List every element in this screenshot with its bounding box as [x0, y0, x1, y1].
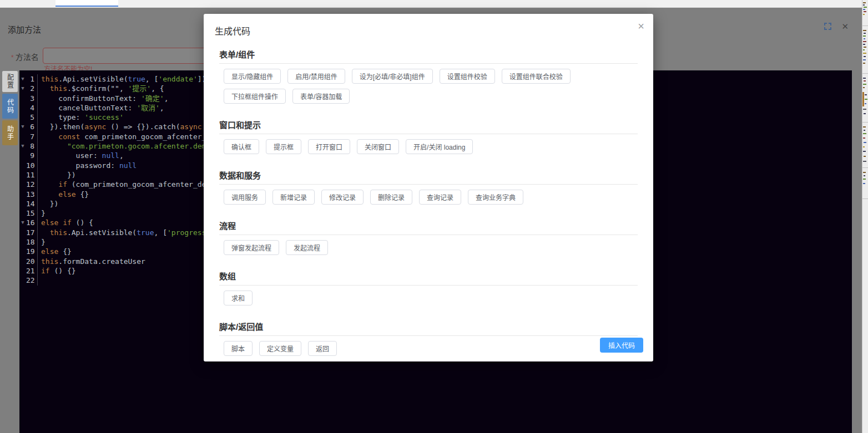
codegen-button[interactable]: 设为[必填/非必填]组件 [352, 69, 433, 84]
code-token [58, 218, 63, 227]
editor-tab-config[interactable]: 配置 [2, 71, 18, 92]
active-page-tab[interactable] [55, 0, 118, 7]
code-text: this.$confirm("", '提示', { [41, 84, 164, 93]
fold-toggle-icon[interactable]: ▼ [19, 84, 26, 93]
line-number: 3 [26, 94, 37, 103]
codegen-button[interactable]: 返回 [308, 341, 337, 356]
minimap-mark [863, 133, 866, 134]
section-buttons: 显示/隐藏组件启用/禁用组件设为[必填/非必填]组件设置组件校验设置组件联合校验… [219, 64, 638, 109]
minimap-mark [863, 35, 866, 37]
line-number: 15 [26, 208, 37, 218]
fold-spacer [19, 170, 26, 180]
minimap-mark [863, 14, 865, 15]
fold-toggle-icon[interactable]: ▼ [19, 122, 26, 131]
codegen-button[interactable]: 开启/关闭 loading [406, 139, 473, 154]
minimap-mark [863, 179, 866, 180]
gutter-divider [37, 237, 38, 247]
insert-code-button[interactable]: 插入代码 [600, 338, 643, 353]
codegen-button[interactable]: 定义变量 [259, 341, 301, 356]
codegen-button[interactable]: 表单/容器加载 [292, 89, 350, 104]
codegen-button[interactable]: 求和 [224, 291, 253, 305]
minimap-mark [864, 56, 866, 57]
close-icon[interactable]: × [638, 21, 644, 32]
codegen-button[interactable]: 查询业务字典 [468, 190, 523, 205]
codegen-button[interactable]: 确认框 [224, 139, 259, 154]
code-token: confirmButtonText: [41, 94, 141, 103]
fold-spacer [19, 190, 26, 199]
codegen-button[interactable]: 新增记录 [272, 190, 315, 205]
fold-spacer [19, 276, 26, 285]
minimap-mark [865, 103, 866, 104]
line-number: 19 [26, 247, 37, 256]
editor-tab-code[interactable]: 代码 [2, 94, 18, 119]
code-text: if () {} [41, 266, 76, 276]
fold-toggle-icon[interactable]: ▼ [19, 218, 26, 227]
editor-tab-helper[interactable]: 助手 [2, 120, 18, 145]
gutter-divider [37, 180, 38, 189]
code-token: true [128, 75, 145, 83]
gutter-divider [37, 257, 38, 266]
code-token [41, 190, 58, 198]
fold-spacer [19, 208, 26, 218]
minimap-mark [863, 87, 865, 88]
code-token: null [119, 161, 137, 170]
code-token: else [41, 218, 58, 227]
code-token: } [41, 209, 46, 217]
code-token: if [41, 267, 50, 275]
gutter-divider [37, 170, 38, 180]
minimap-mark [864, 33, 866, 34]
minimap-separator [862, 198, 868, 199]
minimap-mark [863, 109, 866, 110]
codegen-button[interactable]: 下拉框组件操作 [224, 89, 286, 104]
fullscreen-icon[interactable] [824, 23, 831, 30]
button-section: 数据和服务调用服务新增记录修改记录删除记录查询记录查询业务字典 [219, 159, 638, 210]
code-text: else if () { [41, 218, 93, 227]
codegen-button[interactable]: 设置组件联合校验 [502, 69, 571, 84]
code-token: '取消' [137, 104, 160, 112]
codegen-button[interactable]: 调用服务 [224, 190, 266, 205]
code-text: password: null [41, 161, 137, 170]
codegen-button[interactable]: 关闭窗口 [357, 139, 399, 154]
fold-spacer [19, 94, 26, 103]
code-token: '提示' [128, 84, 152, 93]
modal-title: 生成代码 [215, 24, 250, 37]
section-title: 表单/组件 [219, 48, 638, 64]
codegen-button[interactable]: 修改记录 [321, 190, 364, 205]
code-token: , [160, 104, 164, 112]
codegen-button[interactable]: 设置组件校验 [440, 69, 495, 84]
codegen-button[interactable]: 打开窗口 [308, 139, 350, 154]
codegen-button[interactable]: 发起流程 [286, 240, 328, 255]
code-token: , { [151, 84, 164, 93]
fold-toggle-icon[interactable]: ▼ [19, 141, 26, 151]
dialog-close-icon[interactable]: ✕ [841, 23, 849, 30]
line-number: 17 [26, 228, 37, 237]
required-asterisk: * [11, 54, 14, 62]
codegen-button[interactable]: 删除记录 [370, 190, 412, 205]
codegen-button[interactable]: 弹窗发起流程 [224, 240, 279, 255]
minimap-separator [862, 73, 868, 74]
codegen-button[interactable]: 脚本 [224, 341, 253, 356]
fold-spacer [19, 132, 26, 141]
code-token: }) [41, 200, 58, 208]
code-token: , [ [145, 75, 158, 83]
code-token [41, 133, 58, 141]
minimap-mark [863, 53, 866, 54]
code-token: () {} [50, 267, 76, 275]
fold-spacer [19, 113, 26, 122]
codegen-button[interactable]: 显示/隐藏组件 [224, 69, 281, 84]
code-token: cancelButtonText: [41, 104, 137, 112]
section-buttons: 求和 [219, 286, 638, 310]
code-token: }).then( [41, 123, 84, 131]
codegen-button[interactable]: 查询记录 [419, 190, 461, 205]
fold-spacer [19, 247, 26, 256]
editor-minimap[interactable] [862, 0, 868, 433]
code-token [41, 228, 50, 237]
gutter-divider [37, 199, 38, 208]
codegen-button[interactable]: 提示框 [266, 139, 301, 154]
code-token: this [50, 84, 67, 93]
gutter-divider [37, 266, 38, 276]
code-token: if [63, 218, 72, 227]
codegen-button[interactable]: 启用/禁用组件 [287, 69, 345, 84]
gutter-divider [37, 141, 38, 151]
fold-toggle-icon[interactable]: ▼ [19, 74, 26, 84]
